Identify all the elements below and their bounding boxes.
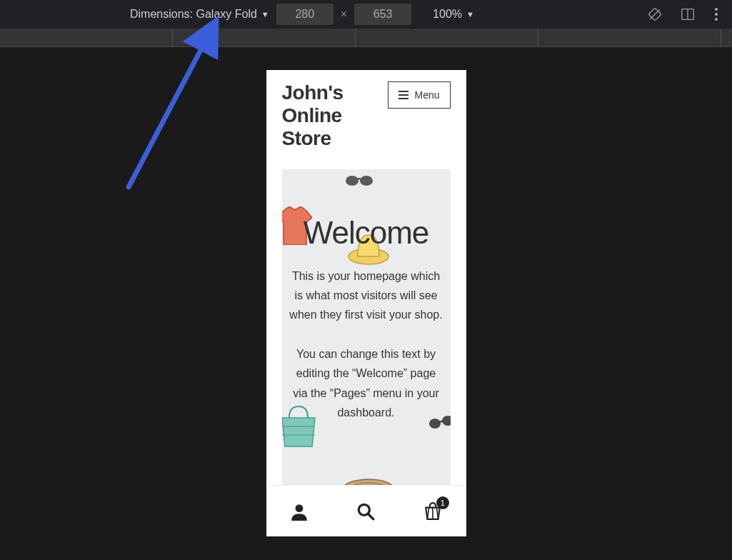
- bottom-tab-bar: 1: [266, 485, 466, 536]
- dimension-separator: ×: [341, 8, 347, 21]
- hamburger-icon: [398, 91, 408, 99]
- svg-line-19: [436, 507, 438, 519]
- device-viewport-area: John's Online Store Menu Welcome This is…: [0, 47, 732, 560]
- svg-line-17: [427, 507, 428, 519]
- chevron-down-icon: ▼: [261, 10, 269, 19]
- search-tab-icon[interactable]: [356, 502, 375, 521]
- chevron-down-icon: ▼: [466, 10, 474, 19]
- hero-section: Welcome This is your homepage which is w…: [282, 169, 451, 485]
- device-frame: John's Online Store Menu Welcome This is…: [266, 70, 466, 536]
- device-height-input[interactable]: [354, 4, 411, 25]
- hero-heading: Welcome: [282, 169, 451, 251]
- menu-button[interactable]: Menu: [388, 81, 450, 109]
- more-options-icon[interactable]: [715, 8, 718, 21]
- dual-screen-icon[interactable]: [679, 6, 696, 23]
- account-tab-icon[interactable]: [290, 502, 309, 521]
- ruler-bar: [0, 29, 732, 47]
- menu-button-label: Menu: [414, 89, 439, 101]
- cart-tab-icon[interactable]: 1: [423, 502, 442, 521]
- site-title[interactable]: John's Online Store: [282, 81, 382, 151]
- dimensions-label-text: Dimensions: Galaxy Fold: [130, 8, 257, 21]
- svg-line-16: [368, 514, 374, 519]
- zoom-dropdown[interactable]: 100% ▼: [433, 8, 474, 21]
- site-header: John's Online Store Menu: [266, 70, 466, 156]
- hero-paragraph-1: This is your homepage which is what most…: [282, 251, 451, 325]
- zoom-value: 100%: [433, 8, 462, 21]
- device-width-input[interactable]: [276, 4, 334, 25]
- svg-point-14: [296, 504, 304, 512]
- rotate-device-icon[interactable]: [646, 6, 663, 23]
- hero-paragraph-2: You can change this text by editing the …: [282, 324, 451, 422]
- device-dimensions-dropdown[interactable]: Dimensions: Galaxy Fold ▼: [130, 8, 269, 21]
- svg-point-12: [344, 479, 393, 485]
- cart-count-badge: 1: [436, 496, 449, 509]
- devtools-device-toolbar: Dimensions: Galaxy Fold ▼ × 100% ▼: [0, 0, 732, 29]
- belt-icon: [344, 478, 393, 485]
